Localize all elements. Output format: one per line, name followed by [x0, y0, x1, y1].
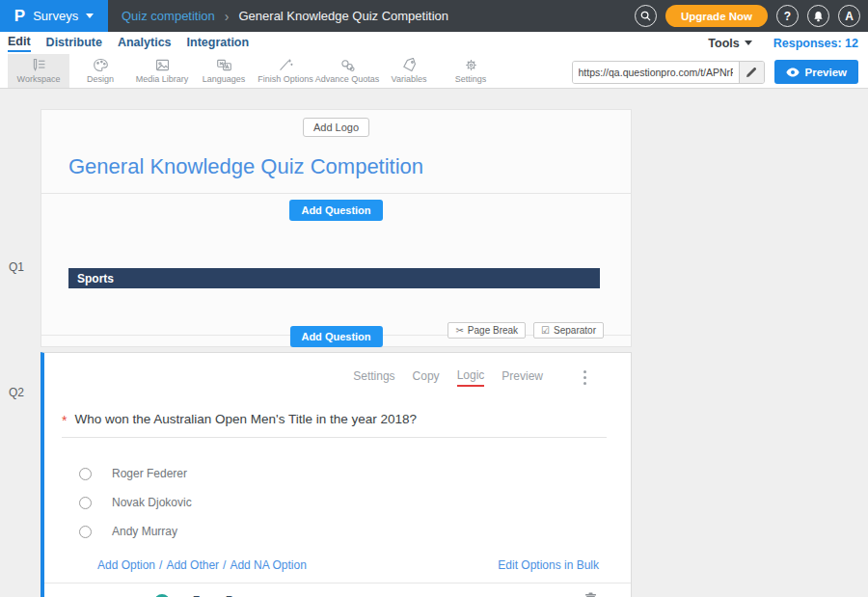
toolbar-item-workspace[interactable]: Workspace [8, 54, 69, 88]
breadcrumb: Quiz competition › General Knowledge Qui… [122, 9, 448, 24]
toolbar-item-label: Finish Options [258, 74, 313, 84]
tools-label: Tools [708, 37, 739, 50]
between-questions-row: Add Question ✂ Page Break ☑ Separator [41, 326, 631, 348]
radio-button[interactable] [79, 526, 92, 538]
toolbar-item-finish-options[interactable]: Finish Options [255, 54, 316, 88]
bell-icon [813, 11, 824, 22]
tab-edit[interactable]: Edit [8, 35, 31, 52]
survey-canvas: Q1 Q2 Add Logo General Knowledge Quiz Co… [0, 89, 868, 597]
breadcrumb-parent[interactable]: Quiz competition [122, 9, 215, 23]
toolbar-item-label: Design [87, 74, 114, 84]
notifications-button[interactable] [807, 5, 829, 27]
product-menu-label: Surveys [33, 9, 78, 23]
option-label[interactable]: Roger Federer [112, 467, 187, 480]
pencil-icon [746, 67, 757, 78]
toolbar-item-label: Workspace [17, 74, 61, 84]
q1-section-header[interactable]: Sports [68, 268, 600, 288]
tab-distribute[interactable]: Distribute [46, 36, 102, 51]
edit-url-button[interactable] [739, 62, 764, 83]
survey-title[interactable]: General Knowledge Quiz Competition [68, 154, 631, 179]
more-options-icon[interactable] [582, 368, 588, 387]
question-number-q2: Q2 [9, 386, 24, 399]
help-button[interactable]: ? [776, 5, 799, 27]
radio-button[interactable] [79, 497, 92, 509]
chevron-down-icon [86, 14, 94, 18]
answer-option-row[interactable]: Andy Murray [79, 524, 631, 539]
search-button[interactable] [635, 5, 657, 27]
question-number-q1: Q1 [9, 260, 24, 274]
surveys-menu[interactable]: P Surveys [0, 0, 108, 32]
page-break-button[interactable]: ✂ Page Break [448, 322, 526, 339]
toolbar-item-label: Media Library [136, 74, 189, 84]
answer-option-row[interactable]: Novak Djokovic [79, 495, 631, 510]
add-na-option-link[interactable]: Add NA Option [230, 558, 306, 572]
add-logo-button[interactable]: Add Logo [303, 118, 369, 137]
preview-label: Preview [805, 67, 847, 78]
link-separator: / [159, 558, 162, 572]
wand-icon [278, 58, 294, 72]
tools-menu[interactable]: Tools [708, 37, 751, 50]
upgrade-now-button[interactable]: Upgrade Now [665, 5, 768, 27]
tabbar-right: Tools Responses: 12 [708, 37, 858, 50]
translate-icon [216, 58, 232, 72]
eye-icon [786, 68, 800, 77]
toolbar-item-settings[interactable]: Settings [440, 54, 502, 88]
add-question-button-bottom[interactable]: Add Question [289, 326, 382, 347]
tab-integration[interactable]: Integration [187, 36, 250, 51]
breadcrumb-current: General Knowledge Quiz Competition [239, 9, 449, 23]
tag-icon [401, 58, 418, 72]
palette-icon [93, 58, 109, 72]
main-tabbar: Edit Distribute Analytics Integration To… [0, 32, 868, 54]
responses-link[interactable]: Responses: 12 [773, 37, 858, 50]
links-icon [339, 58, 356, 72]
add-other-link[interactable]: Add Other [166, 558, 219, 572]
tab-analytics[interactable]: Analytics [118, 36, 172, 51]
top-navbar: P Surveys Quiz competition › General Kno… [0, 0, 868, 32]
question-menu-preview[interactable]: Preview [502, 369, 543, 386]
questionpro-logo: P [14, 8, 25, 24]
question-menu-copy[interactable]: Copy [413, 369, 440, 386]
add-question-button-top[interactable]: Add Question [289, 200, 382, 221]
page-break-label: Page Break [468, 325, 518, 336]
preview-button[interactable]: Preview [774, 60, 858, 84]
question-menu-logic[interactable]: Logic [457, 368, 485, 387]
link-separator: / [223, 558, 226, 572]
toolbar-item-design[interactable]: Design [69, 54, 131, 88]
add-option-link[interactable]: Add Option [97, 558, 155, 572]
trash-icon [584, 592, 597, 597]
toolbar-item-media-library[interactable]: Media Library [131, 54, 193, 88]
answer-option-row[interactable]: Roger Federer [79, 466, 631, 481]
question-text[interactable]: Who won the Australian Open Men's Title … [74, 412, 417, 426]
survey-url-input[interactable] [573, 62, 739, 83]
editor-toolbar: Workspace Design Media Library Languages… [0, 54, 868, 89]
question-text-field[interactable]: * Who won the Australian Open Men's Titl… [62, 412, 607, 438]
gear-icon [463, 58, 479, 72]
delete-question-button[interactable] [584, 592, 597, 597]
question-menu-settings[interactable]: Settings [353, 369, 394, 386]
option-links-row: Add Option/Add Other/Add NA Option Edit … [97, 558, 599, 572]
question-menu: Settings Copy Logic Preview [44, 353, 631, 387]
option-label[interactable]: Novak Djokovic [112, 496, 192, 509]
radio-button[interactable] [79, 468, 92, 480]
question-mark-icon: ? [784, 10, 791, 23]
toolbar-right: Preview [572, 60, 858, 84]
account-avatar[interactable]: A [838, 5, 860, 27]
separator-button[interactable]: ☑ Separator [533, 322, 604, 339]
image-icon [154, 58, 171, 72]
toolbar-item-languages[interactable]: Languages [193, 54, 255, 88]
option-label[interactable]: Andy Murray [112, 525, 177, 538]
breadcrumb-separator: › [225, 9, 230, 24]
search-icon [640, 11, 651, 21]
navbar-actions: Upgrade Now ? A [635, 0, 860, 32]
question-card-q2: Settings Copy Logic Preview * Who won th… [41, 352, 632, 597]
toolbar-item-label: Languages [203, 74, 246, 84]
toolbar-item-advance-quotas[interactable]: Advance Quotas [316, 54, 378, 88]
required-marker: * [62, 413, 67, 428]
separator-label: Separator [554, 325, 596, 336]
edit-options-in-bulk-link[interactable]: Edit Options in Bulk [498, 558, 599, 572]
avatar-initial: A [845, 10, 854, 23]
toolbar-item-label: Settings [455, 74, 487, 84]
survey-url-box [572, 61, 765, 84]
toolbar-item-variables[interactable]: Variables [378, 54, 440, 88]
toolbar-item-label: Variables [392, 74, 427, 84]
